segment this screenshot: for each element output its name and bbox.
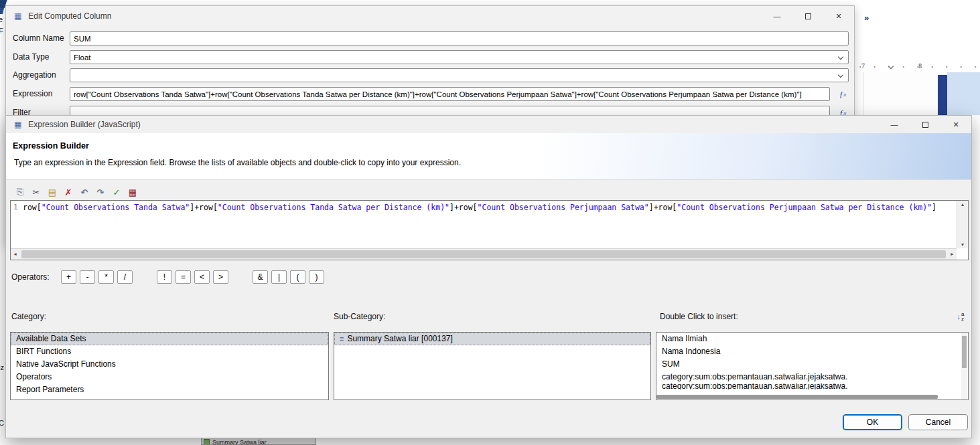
list-item-label: BIRT Functions [16, 345, 71, 358]
scroll-down-icon[interactable]: ▼ [957, 242, 968, 247]
ruler-number: 8 [918, 62, 922, 70]
aggregation-select[interactable] [70, 68, 849, 82]
editor-vertical-scrollbar[interactable]: ▲ ▼ [957, 201, 968, 248]
list-item-label: category:sum:obs:pemantauan.satwaliar.je… [662, 371, 847, 383]
insert-list-vertical-scrollbar[interactable] [961, 333, 967, 400]
data-type-row: Data Type Float [6, 50, 854, 64]
ok-button[interactable]: OK [843, 414, 902, 430]
minimize-button[interactable]: — [879, 116, 910, 133]
dataset-icon: ≡ [340, 333, 344, 345]
expression-label: Expression [13, 87, 69, 101]
background-table-label: Summary Satwa liar [212, 439, 267, 445]
list-item[interactable]: Available Data Sets [11, 333, 328, 345]
list-item[interactable]: ≡Summary Satwa liar [000137] [334, 333, 650, 345]
operator-button[interactable]: ( [290, 270, 305, 284]
copy-icon[interactable]: ⎘ [14, 186, 26, 198]
insert-list-horizontal-scrollbar[interactable] [656, 395, 938, 399]
editor-horizontal-scrollbar[interactable]: ◄ ► [11, 248, 957, 260]
delete-icon[interactable]: ✗ [62, 186, 74, 198]
list-item-label: Native JavaScript Functions [16, 358, 116, 371]
data-type-label: Data Type [13, 50, 69, 64]
background-text-fragment: e [0, 15, 3, 23]
validate-icon[interactable]: ✓ [111, 186, 123, 198]
maximize-icon [805, 13, 811, 19]
operator-group: +-*/ [61, 270, 133, 284]
computed-column-icon: ▦ [14, 11, 21, 21]
list-item[interactable]: Native JavaScript Functions [11, 358, 328, 371]
line-number: 1 [13, 203, 18, 211]
data-type-select[interactable]: Float [70, 50, 849, 64]
window-controls: — ✕ [762, 6, 854, 26]
expression-input[interactable] [70, 87, 830, 101]
dialog-header-banner: Expression Builder Type an expression in… [6, 133, 971, 180]
operator-button[interactable]: = [176, 270, 191, 284]
scroll-right-icon[interactable]: ► [950, 252, 955, 256]
list-item[interactable]: Nama Indonesia [656, 345, 968, 358]
expression-editor[interactable]: 1 row["Count Observations Tanda Satwa"]+… [10, 200, 969, 260]
dialog-title: Edit Computed Column [28, 11, 111, 21]
subcategory-list[interactable]: ≡Summary Satwa liar [000137] [334, 332, 651, 400]
scroll-left-icon[interactable]: ◄ [13, 252, 17, 256]
category-list[interactable]: Available Data SetsBIRT FunctionsNative … [10, 332, 329, 400]
list-item[interactable]: category:sum:obs:pemantauan.satwaliar.je… [656, 371, 968, 383]
list-item[interactable]: Report Parameters [11, 383, 328, 396]
list-item-label: category:sum:obs:pemantauan.satwaliar.je… [662, 383, 847, 389]
operator-button[interactable]: / [117, 270, 133, 284]
dialog-titlebar[interactable]: ▦ Expression Builder (JavaScript) — ✕ [6, 116, 971, 133]
window-controls: — ✕ [879, 116, 971, 133]
paste-icon[interactable]: ▤ [46, 186, 58, 198]
background-text-fragment: iz [0, 363, 4, 371]
expression-builder-icon: ▦ [14, 120, 21, 129]
operator-button[interactable]: | [271, 270, 287, 284]
scrollbar-thumb[interactable] [21, 250, 946, 258]
operators-row: Operators: +-*/!=<>&|() [11, 270, 340, 284]
operator-button[interactable]: ) [309, 270, 324, 284]
list-item-label: Summary Satwa liar [000137] [347, 333, 452, 345]
operator-button[interactable]: > [213, 270, 228, 284]
operator-buttons: +-*/!=<>&|() [53, 270, 340, 284]
expression-code[interactable]: row["Count Observations Tanda Satwa"]+ro… [23, 203, 936, 212]
chevron-down-icon [838, 72, 843, 78]
insert-label: Double Click to insert: [660, 312, 738, 321]
operator-button[interactable]: - [80, 270, 95, 284]
sort-arrow-icon: ↓ [957, 313, 961, 321]
close-button[interactable]: ✕ [823, 6, 854, 26]
list-item-label: SUM [662, 358, 680, 371]
undo-icon[interactable]: ↶ [78, 186, 90, 198]
minimize-button[interactable]: — [762, 6, 792, 26]
list-item[interactable]: Operators [11, 371, 328, 383]
list-item[interactable]: category:sum:obs:pemantauan.satwaliar.je… [656, 383, 968, 389]
operator-group: &|() [253, 270, 324, 284]
subcategory-label: Sub-Category: [334, 312, 385, 321]
header-subtitle: Type an expression in the Expression fie… [14, 158, 461, 167]
insert-list[interactable]: Nama IlmiahNama IndonesiaSUMcategory:sum… [656, 332, 969, 400]
column-name-row: Column Name [6, 31, 854, 46]
functions-icon[interactable]: ▦ [127, 186, 139, 198]
code-area[interactable]: 1 row["Count Observations Tanda Satwa"]+… [11, 201, 957, 248]
list-item[interactable]: BIRT Functions [11, 345, 328, 358]
sort-az-icon[interactable]: ↓ az [955, 310, 967, 323]
category-label: Category: [11, 312, 46, 321]
operator-button[interactable]: & [253, 270, 268, 284]
scroll-up-icon[interactable]: ▲ [957, 202, 968, 207]
operator-button[interactable]: ! [157, 270, 172, 284]
cut-icon[interactable]: ✂ [30, 186, 42, 198]
operator-button[interactable]: * [98, 270, 114, 284]
expression-builder-fx-button[interactable]: ƒx [835, 87, 851, 101]
maximize-button[interactable] [910, 116, 940, 133]
operator-button[interactable]: < [194, 270, 210, 284]
close-button[interactable]: ✕ [940, 116, 971, 133]
cancel-button[interactable]: Cancel [908, 414, 968, 430]
dialog-titlebar[interactable]: ▦ Edit Computed Column — ✕ [6, 6, 854, 26]
column-name-input[interactable] [70, 31, 849, 46]
redo-icon[interactable]: ↷ [94, 186, 107, 198]
operator-button[interactable]: + [61, 270, 76, 284]
list-item[interactable]: SUM [656, 358, 968, 371]
ruler: 7 8 [859, 62, 980, 72]
scrollbar-thumb[interactable] [962, 336, 967, 368]
background-toolbar-icon-fragment [0, 8, 4, 14]
list-item[interactable]: Nama Ilmiah [656, 333, 968, 345]
sort-letters-icon: az [961, 312, 964, 321]
header-title: Expression Builder [13, 141, 89, 151]
maximize-button[interactable] [792, 6, 823, 26]
